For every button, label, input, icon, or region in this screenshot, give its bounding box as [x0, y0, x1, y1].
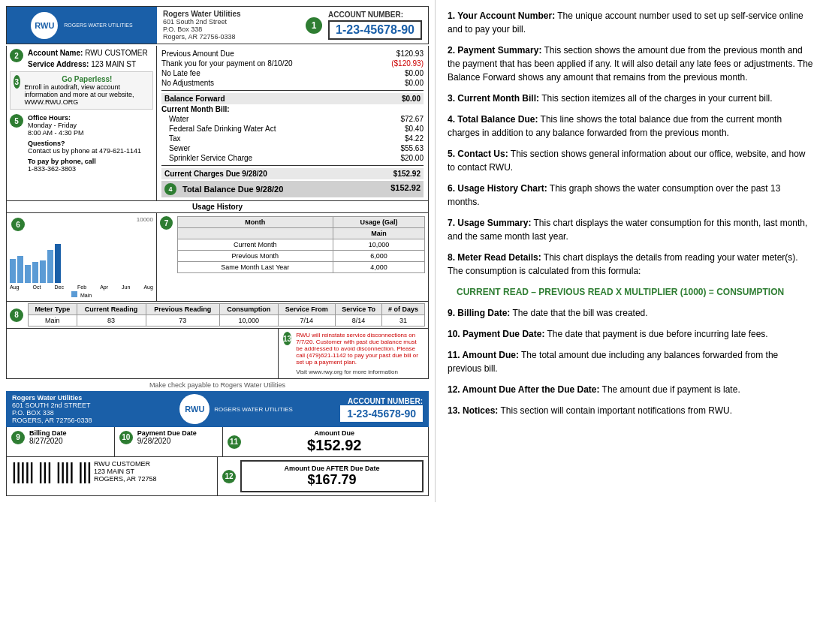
- legend-12-text: The amount due if payment is late.: [602, 384, 740, 395]
- legend-item-10: 10. Payment Due Date: The date that paym…: [448, 327, 814, 341]
- coupon-divider-text: Make check payable to Rogers Water Utili…: [6, 379, 429, 391]
- usage-col-main: Main: [333, 228, 424, 239]
- meter-type: Main: [29, 315, 77, 327]
- legend-item-8b: CURRENT READ – PREVIOUS READ X MULTIPLIE…: [457, 285, 814, 299]
- label-oct: Oct: [33, 284, 41, 290]
- payment-row: Thank you for your payment on 8/10/20 ($…: [161, 59, 424, 68]
- badge-12: 12: [222, 470, 236, 483]
- legend-item-7: 7. Usage Summary: This chart displays th…: [448, 216, 814, 243]
- bill-utility-address: Rogers Water Utilities 601 South 2nd Str…: [157, 7, 293, 44]
- bill-body: 2 Account Name: RWU CUSTOMER Service Add…: [6, 46, 429, 201]
- divider-2: [161, 165, 424, 166]
- badge-5: 5: [10, 114, 23, 128]
- bill-left-column: 2 Account Name: RWU CUSTOMER Service Add…: [7, 46, 157, 200]
- usage-gal-lastyear: 4,000: [333, 262, 424, 273]
- label-aug1: Aug: [10, 284, 19, 290]
- usage-history-header: Usage History: [7, 201, 428, 213]
- coupon-addr1: 601 SOUTH 2nd STREET: [12, 402, 132, 409]
- usage-chart-area: 6 10000: [7, 213, 157, 301]
- legend-3-number: 3.: [448, 93, 457, 104]
- usage-row-current: Current Month 10,000: [177, 239, 424, 251]
- payment-due-date-box: 10 Payment Due Date 9/28/2020: [115, 427, 223, 456]
- after-due-label: Amount Due AFTER Due Date: [245, 465, 419, 472]
- meter-col-current: Current Reading: [77, 304, 146, 315]
- amount-due-box: 11 Amount Due $152.92: [223, 427, 429, 456]
- legend-13-number: 13.: [448, 405, 463, 416]
- coupon-account-area: ACCOUNT NUMBER: 1-23-45678-90: [340, 397, 423, 422]
- payment-due-value: 9/28/2020: [137, 437, 197, 445]
- customer-address2: ROGERS, AR 72758: [94, 475, 157, 483]
- account-number-label: ACCOUNT NUMBER:: [328, 11, 422, 19]
- notice-link: Visit www.rwy.org for more information: [296, 369, 424, 375]
- usage-section: Usage History 6 10000: [6, 201, 429, 302]
- legend-item-5: 5. Contact Us: This section shows genera…: [448, 147, 814, 174]
- legend-item-3: 3. Current Month Bill: This section item…: [448, 92, 814, 105]
- tax-row: Tax $4.22: [161, 134, 424, 143]
- bar-jun-main: [47, 250, 53, 283]
- utility-address1: 601 South 2nd Street: [163, 18, 287, 26]
- legend-panel: 1. Your Account Number: The unique accou…: [436, 0, 826, 502]
- legend-8-title: Meter Read Details:: [457, 252, 541, 263]
- amount-due-label: Amount Due: [246, 429, 424, 437]
- coupon-logo-circle: RWU: [179, 394, 210, 424]
- legend-11-title: Amount Due:: [463, 350, 519, 360]
- bill-logo-area: RWU ROGERS WATER UTILITIES: [7, 7, 157, 44]
- usage-table: Month Usage (Gal) Main Current Month: [177, 216, 425, 273]
- coupon-utility-name: Rogers Water Utilities: [12, 394, 132, 402]
- meter-table: Meter Type Current Reading Previous Read…: [28, 303, 425, 327]
- chart-bar-apr: [40, 260, 46, 283]
- chart-bar-aug1: [10, 259, 16, 283]
- paperless-section: 3 Go Paperless! Enroll in autodraft, vie…: [10, 71, 153, 110]
- usage-gal-current: 10,000: [333, 239, 424, 251]
- legend-9-title: Billing Date:: [457, 308, 510, 318]
- legend-item-6: 6. Usage History Chart: This graph shows…: [448, 182, 814, 209]
- legend-4-title: Total Balance Due:: [457, 114, 538, 125]
- chart-legend: Main: [10, 291, 153, 298]
- no-adjustments-row: No Adjustments $0.00: [161, 78, 424, 88]
- federal-row: Federal Safe Drinking Water Act $0.40: [161, 124, 424, 134]
- office-info-section: 5 Office Hours: Monday - Friday 8:00 AM …: [10, 114, 153, 176]
- badge-2: 2: [10, 49, 23, 62]
- label-jun: Jun: [122, 284, 130, 290]
- paperless-title: Go Paperless!: [25, 75, 149, 83]
- usage-table-area: 7 Month Usage (Gal) Main: [157, 213, 428, 301]
- badge-4: 4: [164, 183, 176, 195]
- chart-labels: Aug Oct Dec Feb Apr Jun Aug: [10, 284, 153, 290]
- account-info-section: 2 Account Name: RWU CUSTOMER Service Add…: [10, 49, 153, 68]
- legend-item-11: 11. Amount Due: The total amount due inc…: [448, 348, 814, 375]
- legend-main: Main: [71, 291, 92, 298]
- bar-dec-main: [25, 265, 31, 283]
- bar-oct-main: [17, 256, 23, 283]
- current-charges-row: Current Charges Due 9/28/20 $152.92: [161, 168, 424, 179]
- legend-item-4: 4. Total Balance Due: This line shows th…: [448, 113, 814, 140]
- current-month-bill-label: Current Month Bill:: [161, 104, 424, 114]
- meter-col-consumption: Consumption: [220, 304, 279, 315]
- utility-address2: P.O. Box 338: [163, 26, 287, 33]
- meter-row: Main 83 73 10,000 7/14 8/14 31: [29, 315, 425, 327]
- legend-6-number: 6.: [448, 183, 457, 194]
- barcode-icon: ||||| ||| |||| |||: [11, 460, 91, 483]
- utility-address3: Rogers, AR 72756-0338: [163, 33, 287, 41]
- legend-12-title: Amount Due After the Due Date:: [463, 384, 600, 395]
- bar-aug2-main: [55, 244, 61, 283]
- legend-12-number: 12.: [448, 384, 463, 395]
- meter-current: 83: [77, 315, 146, 327]
- billing-date-value: 8/27/2020: [29, 437, 67, 445]
- label-apr: Apr: [100, 284, 108, 290]
- coupon-address-area: Rogers Water Utilities 601 SOUTH 2nd STR…: [12, 394, 132, 424]
- meter-col-from: Service From: [278, 304, 335, 315]
- legend-5-title: Contact Us:: [457, 149, 508, 159]
- sprinkler-row: Sprinkler Service Charge $20.00: [161, 153, 424, 163]
- legend-3-text: This section itemizes all of the charges…: [541, 93, 772, 104]
- legend-5-number: 5.: [448, 149, 457, 159]
- divider-1: [161, 90, 424, 91]
- paperless-text: Enroll in autodraft, view account inform…: [25, 83, 149, 106]
- legend-10-number: 10.: [448, 329, 463, 339]
- badge-1: 1: [306, 17, 322, 34]
- legend-item-1: 1. Your Account Number: The unique accou…: [448, 9, 814, 36]
- legend-6-title: Usage History Chart:: [457, 183, 547, 194]
- coupon-addr3: ROGERS, AR 72756-0338: [12, 417, 132, 424]
- badge-7: 7: [160, 216, 173, 230]
- meter-consumption: 10,000: [220, 315, 279, 327]
- badge-3: 3: [14, 75, 20, 89]
